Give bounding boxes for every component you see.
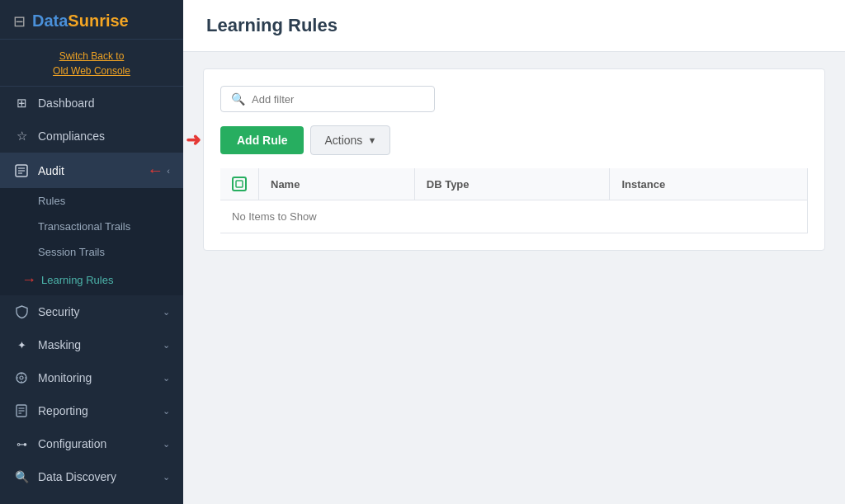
audit-submenu: Rules Transactional Trails Session Trail…: [0, 188, 183, 295]
sidebar-item-learning-rules[interactable]: → Learning Rules: [0, 265, 183, 295]
sidebar-item-data-discovery[interactable]: 🔍 Data Discovery ⌄: [0, 460, 183, 493]
sidebar-item-security[interactable]: Security ⌄: [0, 295, 183, 328]
sidebar-item-monitoring[interactable]: Monitoring ⌄: [0, 361, 183, 394]
actions-chevron-down-icon: ▼: [367, 135, 376, 145]
sidebar-item-compliances[interactable]: ☆ Compliances: [0, 120, 183, 153]
sidebar-item-reporting[interactable]: Reporting ⌄: [0, 394, 183, 427]
sidebar-item-dashboard[interactable]: ⊞ Dashboard: [0, 87, 183, 120]
learning-rules-label: Learning Rules: [41, 274, 113, 286]
audit-icon: [13, 163, 30, 179]
data-discovery-icon: 🔍: [13, 469, 30, 485]
compliances-icon: ☆: [13, 128, 30, 144]
sidebar-item-system-settings[interactable]: ⚙ System Settings ⌄: [0, 493, 183, 504]
sidebar-item-configuration[interactable]: ⊶ Configuration ⌄: [0, 427, 183, 460]
brand-sunrise: Sunrise: [68, 12, 128, 30]
masking-icon: ✦: [13, 337, 30, 353]
table-col-db-type: DB Type: [414, 168, 610, 200]
no-items-message: No Items to Show: [220, 200, 808, 233]
content-card: 🔍 ➜ Add Rule Actions ▼: [203, 68, 825, 251]
sidebar-item-label: Masking: [38, 338, 163, 351]
svg-rect-14: [236, 181, 243, 187]
sidebar-item-session-trails[interactable]: Session Trails: [0, 239, 183, 265]
page-title: Learning Rules: [206, 15, 822, 36]
audit-arrow-indicator: ←: [147, 161, 163, 180]
brand-name: DataSunrise: [32, 12, 129, 31]
reporting-icon: [13, 403, 30, 419]
sidebar-item-rules[interactable]: Rules: [0, 188, 183, 214]
main-header: Learning Rules: [183, 0, 845, 52]
filter-bar[interactable]: 🔍: [220, 86, 435, 112]
sidebar-item-label: Dashboard: [38, 97, 170, 110]
reporting-chevron: ⌄: [163, 406, 170, 417]
security-icon: [13, 304, 30, 320]
sidebar-item-label: Security: [38, 305, 163, 318]
monitoring-chevron: ⌄: [163, 373, 170, 384]
table-header-checkbox[interactable]: [232, 177, 247, 191]
sidebar-item-label: Data Discovery: [38, 470, 163, 483]
rules-label: Rules: [38, 195, 65, 207]
monitoring-icon: [13, 370, 30, 386]
sidebar-item-label: Audit: [38, 164, 144, 177]
add-rule-button[interactable]: Add Rule: [220, 126, 304, 154]
table-col-name: Name: [259, 168, 415, 200]
sidebar-item-label: Configuration: [38, 437, 163, 450]
logo-icon: ⊟: [13, 12, 26, 31]
configuration-icon: ⊶: [13, 436, 30, 452]
masking-chevron: ⌄: [163, 340, 170, 351]
session-trails-label: Session Trails: [38, 246, 105, 258]
sidebar-item-label: Reporting: [38, 404, 163, 417]
switch-back-link[interactable]: Switch Back toOld Web Console: [0, 40, 183, 87]
data-discovery-chevron: ⌄: [163, 472, 170, 483]
table-col-checkbox: [220, 168, 259, 200]
main-panel: Learning Rules 🔍 ➜ Add Rule Actions ▼: [183, 0, 845, 504]
brand-data: Data: [32, 12, 68, 30]
learning-rules-table: Name DB Type Instance No Items to Show: [220, 168, 808, 233]
search-input[interactable]: [252, 93, 424, 106]
dashboard-icon: ⊞: [13, 95, 30, 111]
switch-back-label[interactable]: Switch Back toOld Web Console: [53, 50, 130, 77]
search-icon: 🔍: [231, 92, 245, 106]
table-col-instance: Instance: [610, 168, 808, 200]
actions-button[interactable]: Actions ▼: [310, 125, 390, 155]
configuration-chevron: ⌄: [163, 439, 170, 450]
main-content: 🔍 ➜ Add Rule Actions ▼: [183, 52, 845, 504]
add-rule-arrow: ➜: [186, 130, 201, 151]
table-empty-row: No Items to Show: [220, 200, 808, 233]
actions-row: ➜ Add Rule Actions ▼: [220, 125, 808, 155]
sidebar-item-label: Monitoring: [38, 371, 163, 384]
audit-chevron: ‹: [167, 166, 170, 176]
learning-rules-arrow: →: [21, 271, 36, 289]
transactional-trails-label: Transactional Trails: [38, 220, 130, 233]
svg-point-5: [20, 376, 23, 379]
sidebar-item-audit[interactable]: Audit ← ‹: [0, 153, 183, 188]
sidebar-item-transactional-trails[interactable]: Transactional Trails: [0, 214, 183, 239]
sidebar-item-label: Compliances: [38, 130, 170, 143]
logo[interactable]: ⊟ DataSunrise: [0, 0, 183, 40]
security-chevron: ⌄: [163, 307, 170, 318]
sidebar: ⊟ DataSunrise Switch Back toOld Web Cons…: [0, 0, 183, 504]
sidebar-item-masking[interactable]: ✦ Masking ⌄: [0, 328, 183, 361]
